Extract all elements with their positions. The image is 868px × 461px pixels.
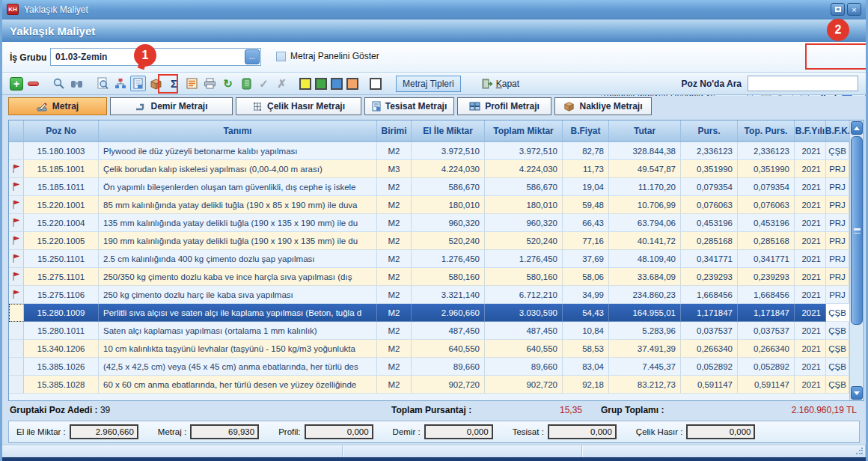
profil-field[interactable]: 0,000 xyxy=(305,424,373,439)
tab-nakliye-metraji[interactable]: Nakliye Metrajı xyxy=(554,97,652,115)
table-row[interactable]: 15.180.1003Plywood ile düz yüzeyli beton… xyxy=(9,142,849,160)
combo-browse-button[interactable]: ... xyxy=(245,49,260,64)
color-swatch-blue[interactable] xyxy=(331,78,343,90)
checkbox-icon[interactable] xyxy=(276,52,286,61)
column-header-Birimi[interactable]: Birimi xyxy=(377,120,412,141)
color-swatch-green[interactable] xyxy=(315,78,327,90)
column-header-indicator[interactable] xyxy=(9,120,24,141)
profile-table-icon xyxy=(469,102,480,111)
poz-list-icon[interactable] xyxy=(184,76,200,91)
poz-adedi-label: Gruptaki Poz Adedi : xyxy=(10,405,98,415)
table-row[interactable]: 15.280.1011Saten alçı kaplaması yapılmas… xyxy=(9,322,849,340)
cell-yil: 2021 xyxy=(795,160,826,178)
preview-icon[interactable] xyxy=(94,76,110,91)
annotation-step-1: 1 xyxy=(134,44,156,67)
column-header-Tanımı[interactable]: Tanımı xyxy=(99,120,377,141)
scroll-up-button[interactable] xyxy=(851,121,863,135)
status-segment xyxy=(343,445,582,457)
scrollbar-thumb[interactable] xyxy=(851,136,863,325)
tab-profil-metraji[interactable]: Profil Metrajı xyxy=(457,97,551,115)
maximize-button[interactable] xyxy=(831,3,845,16)
cell-tanim: 250 kg çimento dozlu harç ile kaba sıva … xyxy=(99,286,377,304)
celik-hasir-field[interactable]: 0,000 xyxy=(686,424,755,439)
column-header-Purs.[interactable]: Purs. xyxy=(681,120,738,141)
scroll-down-button[interactable] xyxy=(851,386,863,400)
tab-tesisat-metraji[interactable]: Tesisat Metrajı xyxy=(364,97,454,115)
find-binoculars-icon[interactable] xyxy=(69,76,85,91)
cell-purs: 0,239293 xyxy=(681,268,738,286)
poz-adedi-value: 39 xyxy=(100,405,110,415)
metraj-panel-toggle[interactable]: Metraj Panelini Göster xyxy=(276,51,379,61)
table-row[interactable]: 15.220.1005190 mm kalınlığında yatay del… xyxy=(9,232,849,250)
cell-toppurs: 0,079354 xyxy=(738,178,795,196)
color-swatch-white[interactable] xyxy=(370,78,382,90)
search-icon[interactable] xyxy=(51,76,67,91)
table-row[interactable]: 15.275.1106250 kg çimento dozlu harç ile… xyxy=(9,286,849,304)
cell-tanim: Çelik borudan kalıp iskelesi yapılması (… xyxy=(99,160,377,178)
cell-bfiyat: 59,48 xyxy=(563,196,609,214)
table-row[interactable]: 15.275.1101250/350 kg çimento dozlu kaba… xyxy=(9,268,849,286)
color-swatch-yellow[interactable] xyxy=(299,78,311,90)
tab-nakliye-label: Nakliye Metrajı xyxy=(579,101,642,112)
table-row[interactable]: 15.220.100185 mm kalınlığında yatay deli… xyxy=(9,196,849,214)
cell-tutar: 48.109,40 xyxy=(609,250,681,268)
cell-yil: 2021 xyxy=(795,340,826,358)
column-header-Toplam Miktar[interactable]: Toplam Miktar xyxy=(485,120,563,141)
column-header-El İle Miktar[interactable]: El İle Miktar xyxy=(412,120,485,141)
table-row[interactable]: 15.340.120610 cm kalınlıkta taşyünü levh… xyxy=(9,340,849,358)
kapat-button[interactable]: Kapat xyxy=(482,79,519,89)
remove-icon[interactable] xyxy=(25,76,41,91)
table-row[interactable]: 15.185.1011Ön yapımlı bileşenlerden oluş… xyxy=(9,178,849,196)
column-header-Top. Purs.[interactable]: Top. Purs. xyxy=(738,120,795,141)
table-row[interactable]: 15.250.11012.5 cm kalınlığında 400 kg çi… xyxy=(9,250,849,268)
notebook-icon[interactable] xyxy=(238,76,254,91)
el-ile-miktar-field[interactable]: 2.960,660 xyxy=(70,424,138,439)
column-header-B.F.Yılı[interactable]: B.F.Yılı xyxy=(795,120,826,141)
column-header-Poz No[interactable]: Poz No xyxy=(24,120,99,141)
poz-no-search-input[interactable] xyxy=(748,76,858,91)
table-row[interactable]: 15.220.1004135 mm kalınlığında yatay del… xyxy=(9,214,849,232)
metraj-field[interactable]: 69,930 xyxy=(190,424,259,439)
cell-toppurs: 0,037537 xyxy=(738,322,795,340)
table-row[interactable]: 15.385.102860 x 60 cm anma ebatlarında, … xyxy=(9,376,849,394)
close-button[interactable]: × xyxy=(847,3,861,16)
hierarchy-icon[interactable] xyxy=(112,76,128,91)
cell-el: 3.321,140 xyxy=(412,286,485,304)
refresh-icon[interactable]: ↻ xyxy=(220,76,236,91)
metraj-tipleri-button[interactable]: Metraj Tipleri xyxy=(396,76,461,92)
cell-toplam: 180,010 xyxy=(485,196,563,214)
cell-purs: 0,052892 xyxy=(681,358,738,376)
cell-el: 520,240 xyxy=(412,232,485,250)
vertical-scrollbar[interactable] xyxy=(849,120,864,400)
print-icon[interactable] xyxy=(202,76,218,91)
flag-icon xyxy=(9,178,24,196)
tab-demir-metraji[interactable]: Demir Metrajı xyxy=(110,97,233,115)
celik-hasir-label: Çelik Hasır : xyxy=(636,427,683,436)
cell-tanim: Perlitli sıva alçısı ve saten alçı ile k… xyxy=(99,304,377,322)
cell-purs: 0,285168 xyxy=(681,232,738,250)
column-header-B.Fiyat[interactable]: B.Fiyat xyxy=(563,120,609,141)
table-row[interactable]: 15.185.1001Çelik borudan kalıp iskelesi … xyxy=(9,160,849,178)
mesh-grid-icon xyxy=(252,102,263,112)
tab-celik-hasir-metraji[interactable]: Çelik Hasır Metrajı xyxy=(236,97,361,115)
column-header-B.F.K.[interactable]: B.F.K. xyxy=(826,120,849,141)
cell-tanim: 250/350 kg çimento dozlu kaba ve ince ha… xyxy=(99,268,377,286)
cell-bfiyat: 54,43 xyxy=(563,304,609,322)
cell-el: 4.224,030 xyxy=(412,160,485,178)
tesisat-field[interactable]: 0,000 xyxy=(548,424,617,439)
column-header-Tutar[interactable]: Tutar xyxy=(609,120,681,141)
new-document-icon[interactable] xyxy=(130,76,146,91)
cell-birim: M3 xyxy=(377,160,412,178)
table-row[interactable]: 15.280.1009Perlitli sıva alçısı ve saten… xyxy=(9,304,849,322)
resize-grip-icon[interactable] xyxy=(855,448,863,455)
cell-birim: M2 xyxy=(377,376,412,394)
apply-check-icon[interactable]: ✓ xyxy=(256,76,272,91)
tab-metraj[interactable]: Metraj xyxy=(8,97,107,115)
cell-birim: M2 xyxy=(377,214,412,232)
cancel-x-icon[interactable]: ✗ xyxy=(274,76,290,91)
cell-birim: M2 xyxy=(377,286,412,304)
color-swatch-orange[interactable] xyxy=(346,78,358,90)
table-row[interactable]: 15.385.1026(42,5 x 42,5 cm) veya (45 x 4… xyxy=(9,358,849,376)
demir-field[interactable]: 0,000 xyxy=(424,424,493,439)
add-icon[interactable]: + xyxy=(10,77,23,91)
